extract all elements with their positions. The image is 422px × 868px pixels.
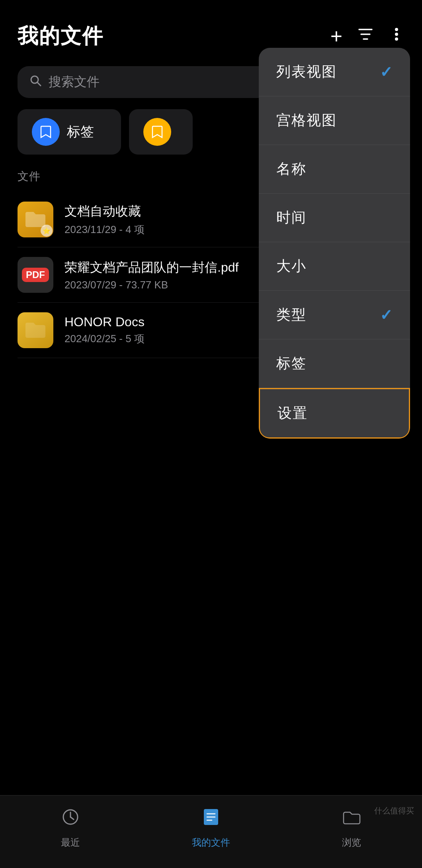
nav-item-my-files[interactable]: 我的文件 [179,807,243,849]
tag-item-biaoqian[interactable]: 标签 [18,109,121,155]
file-name-1: 文档自动收藏 [64,203,272,220]
clock-icon [60,807,81,832]
more-icon [389,25,404,43]
file-icon-nav [201,807,221,832]
search-placeholder: 搜索文件 [49,73,100,91]
search-icon [29,74,42,90]
tag-label-biaoqian: 标签 [67,123,94,141]
file-name-3: HONOR Docs [64,315,272,329]
dropdown-check-sort-type: ✓ [380,306,393,324]
dropdown-item-sort-time[interactable]: 时间 [259,194,410,242]
dropdown-item-grid-view[interactable]: 宫格视图 [259,96,410,145]
tag-icon-bookmark [32,118,60,146]
tag-icon-yellow [143,118,171,146]
header-actions: + [330,24,404,48]
nav-label-browse: 浏览 [342,836,361,849]
dropdown-label-settings: 设置 [277,404,308,423]
svg-point-1 [395,33,398,36]
dropdown-label-sort-type: 类型 [276,305,307,325]
star-badge: ⭐ [41,225,53,237]
dropdown-item-settings[interactable]: 设置 [259,388,410,439]
pdf-badge: PDF [22,268,49,282]
dropdown-label-list-view: 列表视图 [276,62,337,82]
bottom-nav: 最近 我的文件 浏览 [0,795,422,868]
watermark: 什么值得买 [374,805,414,816]
filter-icon [357,25,374,43]
nav-label-my-files: 我的文件 [192,836,230,849]
dropdown-item-sort-type[interactable]: 类型 ✓ [259,291,410,339]
page-title: 我的文件 [18,22,104,50]
svg-line-7 [70,817,74,819]
dropdown-item-sort-tag[interactable]: 标签 [259,339,410,388]
svg-point-0 [395,28,398,31]
dropdown-label-sort-tag: 标签 [276,354,307,373]
file-icon-folder [18,312,53,348]
tag-item-yellow[interactable] [129,109,193,155]
svg-line-4 [37,82,41,86]
dropdown-label-sort-size: 大小 [276,257,307,276]
folder-icon-nav [341,807,362,832]
dropdown-label-sort-time: 时间 [276,208,307,227]
dropdown-item-list-view[interactable]: 列表视图 ✓ [259,48,410,96]
dropdown-label-sort-name: 名称 [276,159,307,179]
svg-point-2 [395,37,398,41]
nav-item-recent[interactable]: 最近 [39,807,102,849]
dropdown-label-grid-view: 宫格视图 [276,111,337,130]
dropdown-item-sort-size[interactable]: 大小 [259,242,410,291]
file-icon-pdf: PDF [18,257,53,293]
dropdown-item-sort-name[interactable]: 名称 [259,145,410,194]
more-button[interactable] [389,25,404,47]
nav-label-recent: 最近 [61,836,80,849]
dropdown-check-list-view: ✓ [380,63,393,81]
dropdown-menu: 列表视图 ✓ 宫格视图 名称 时间 大小 类型 ✓ 标签 设置 [259,48,410,439]
file-icon-folder-star: ⭐ [18,202,53,237]
file-name-2: 荣耀文档产品团队的一封信.pdf [64,259,272,276]
add-button[interactable]: + [330,24,342,48]
filter-button[interactable] [357,25,374,47]
